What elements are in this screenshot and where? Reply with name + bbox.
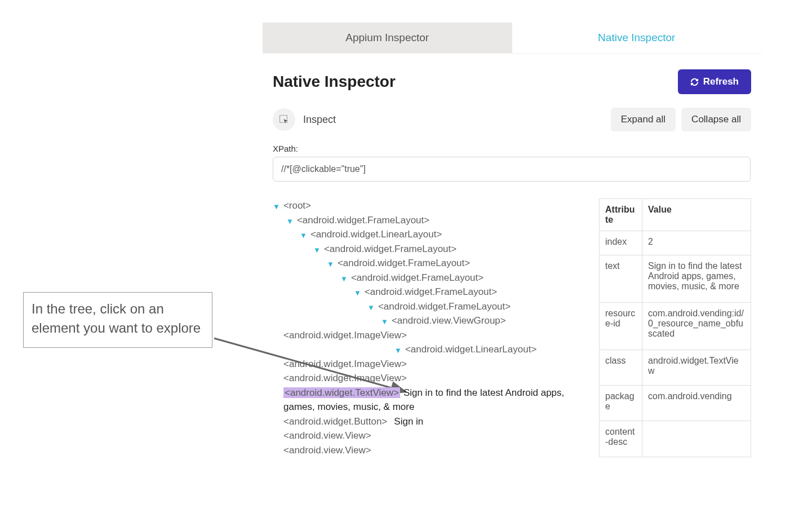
tree-node[interactable]: <android.view.View> [283, 429, 576, 443]
button-label: Expand all [621, 114, 665, 125]
tree-node[interactable]: ▼<android.widget.FrameLayout> [313, 242, 576, 257]
annotation-text: In the tree, click on an element you wan… [32, 301, 201, 335]
attributes-table: Attribute Value index2textSign in to fin… [599, 198, 751, 457]
chevron-down-icon: ▼ [300, 230, 307, 241]
tree-node[interactable]: ▼<android.widget.FrameLayout> [327, 256, 576, 271]
tree-node[interactable]: <android.widget.ImageView> [283, 357, 576, 372]
annotation-callout: In the tree, click on an element you wan… [23, 292, 212, 348]
attr-value: android.widget.TextView [642, 350, 751, 385]
refresh-icon [690, 78, 699, 86]
attr-value: Sign in to find the latest Android apps,… [642, 255, 751, 303]
attr-header-key: Attribute [600, 199, 642, 231]
tree-node-selected[interactable]: <android.widget.TextView>Sign in to find… [283, 386, 576, 414]
table-row[interactable]: content-desc [600, 421, 751, 457]
collapse-all-button[interactable]: Collapse all [681, 108, 751, 131]
attr-key: text [600, 255, 642, 303]
page-title: Native Inspector [273, 73, 396, 91]
inspect-button[interactable] [273, 108, 295, 131]
chevron-down-icon: ▼ [340, 273, 348, 285]
tree-node[interactable]: ▼<android.view.ViewGroup> [381, 313, 576, 328]
refresh-label: Refresh [703, 76, 739, 87]
tree-node[interactable]: ▼<android.widget.FrameLayout> [367, 299, 576, 314]
tab-label: Native Inspector [598, 32, 675, 43]
xpath-label: XPath: [273, 144, 751, 153]
svg-rect-2 [280, 116, 287, 123]
chevron-down-icon: ▼ [327, 259, 334, 270]
attr-header-value: Value [642, 199, 751, 231]
tree-node[interactable]: ▼<android.widget.FrameLayout> [354, 285, 576, 299]
chevron-down-icon: ▼ [367, 302, 375, 313]
chevron-down-icon: ▼ [286, 216, 294, 227]
table-row[interactable]: resource-idcom.android.vending:id/0_reso… [600, 302, 751, 350]
attr-key: resource-id [600, 302, 642, 350]
chevron-down-icon: ▼ [381, 316, 388, 328]
chevron-down-icon: ▼ [273, 201, 280, 213]
attr-value [642, 421, 751, 457]
xpath-input[interactable] [273, 157, 751, 182]
attr-key: index [600, 231, 642, 255]
tab-native-inspector[interactable]: Native Inspector [512, 23, 762, 53]
chevron-down-icon: ▼ [394, 345, 402, 356]
expand-all-button[interactable]: Expand all [611, 108, 676, 131]
tree-node[interactable]: <android.widget.Button>Sign in [283, 414, 576, 429]
tree-node[interactable]: ▼<android.widget.FrameLayout> [340, 271, 576, 285]
tab-appium-inspector[interactable]: Appium Inspector [263, 23, 512, 53]
tree-node[interactable]: ▼<android.widget.FrameLayout> [286, 213, 576, 228]
selected-tree-tag: <android.widget.TextView> [283, 387, 400, 398]
tree-node[interactable]: <android.widget.ImageView> [283, 328, 576, 343]
refresh-button[interactable]: Refresh [678, 69, 751, 94]
chevron-down-icon: ▼ [354, 288, 361, 299]
tree-node[interactable]: ▼<android.widget.LinearLayout> [300, 227, 576, 242]
table-row[interactable]: classandroid.widget.TextView [600, 350, 751, 385]
inspect-label: Inspect [303, 114, 336, 126]
tree-node[interactable]: <android.widget.ImageView> [283, 371, 576, 386]
tab-label: Appium Inspector [345, 32, 429, 43]
chevron-down-icon: ▼ [313, 245, 321, 256]
tree-node[interactable]: <android.view.View> [283, 443, 576, 458]
attr-key: class [600, 350, 642, 385]
inspect-icon [279, 114, 289, 125]
table-row[interactable]: textSign in to find the latest Android a… [600, 255, 751, 303]
tree-node-text: Sign in [394, 414, 423, 429]
inspector-tabs: Appium Inspector Native Inspector [263, 23, 761, 54]
table-row[interactable]: packagecom.android.vending [600, 385, 751, 421]
attr-key: package [600, 385, 642, 421]
attr-value: com.android.vending [642, 385, 751, 421]
button-label: Collapse all [691, 114, 741, 125]
table-row[interactable]: index2 [600, 231, 751, 255]
attr-value: com.android.vending:id/0_resource_name_o… [642, 302, 751, 350]
tree-node[interactable]: ▼<android.widget.LinearLayout> [394, 342, 576, 357]
element-tree: ▼<root> ▼<android.widget.FrameLayout> ▼<… [273, 198, 576, 457]
tree-node-root[interactable]: ▼<root> [273, 198, 576, 213]
attr-value: 2 [642, 231, 751, 255]
attr-key: content-desc [600, 421, 642, 457]
